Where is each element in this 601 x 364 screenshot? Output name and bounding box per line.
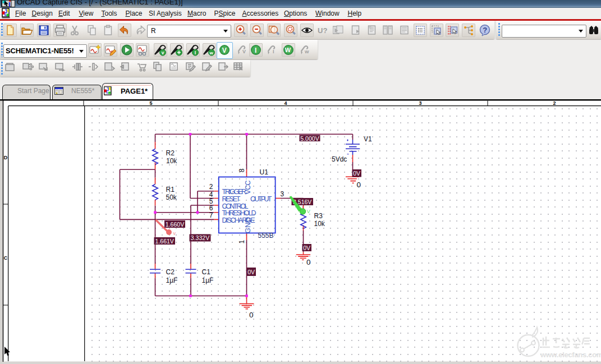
svg-text:v: v <box>173 231 176 236</box>
svg-text:0: 0 <box>306 258 311 266</box>
svg-text:GND: GND <box>244 217 252 233</box>
svg-text:I: I <box>195 50 196 56</box>
svg-text:U?: U? <box>318 26 327 35</box>
svg-text:C: C <box>4 255 8 261</box>
svg-text:W: W <box>285 47 291 53</box>
svg-text:V: V <box>222 47 227 54</box>
svg-text:50k: 50k <box>166 193 177 201</box>
svg-text:OUTPUT: OUTPUT <box>250 195 272 203</box>
svg-text:1µF: 1µF <box>202 277 214 284</box>
svg-text:V: V <box>307 208 311 214</box>
svg-text:3: 3 <box>281 190 285 198</box>
svg-text:0V: 0V <box>303 245 310 251</box>
svg-text:V: V <box>242 49 246 54</box>
svg-text:0: 0 <box>357 181 361 189</box>
svg-text:1µF: 1µF <box>166 277 178 284</box>
svg-text:3.332V: 3.332V <box>191 234 209 241</box>
svg-text:C2: C2 <box>166 268 175 276</box>
svg-text:555B: 555B <box>258 232 274 239</box>
svg-text:v: v <box>162 50 164 56</box>
svg-text:U1: U1 <box>260 168 269 176</box>
svg-text:7: 7 <box>209 211 213 219</box>
svg-text:10k: 10k <box>314 220 325 228</box>
svg-text:?: ? <box>483 26 487 34</box>
svg-text:5.000V: 5.000V <box>300 135 319 142</box>
svg-text:1.661V: 1.661V <box>155 238 174 245</box>
svg-text:3: 3 <box>419 100 421 106</box>
svg-text:0V: 0V <box>247 269 255 275</box>
svg-text:w: w <box>209 50 214 56</box>
svg-text:www.elecfans.com: www.elecfans.com <box>540 351 601 359</box>
svg-text:R2: R2 <box>166 149 175 157</box>
svg-text:W: W <box>305 49 309 54</box>
svg-text:0: 0 <box>249 311 254 319</box>
svg-text:VCC: VCC <box>244 181 252 195</box>
svg-text:4: 4 <box>284 100 287 106</box>
svg-text:5: 5 <box>149 100 152 106</box>
svg-text:I: I <box>273 49 274 54</box>
svg-text:1: 1 <box>238 240 246 244</box>
svg-text:R3: R3 <box>314 212 323 220</box>
svg-text:I: I <box>255 47 256 54</box>
svg-text:5Vdc: 5Vdc <box>332 155 347 163</box>
svg-text:1.660V: 1.660V <box>166 221 184 228</box>
svg-text:2: 2 <box>209 183 213 191</box>
svg-text:D: D <box>4 155 8 160</box>
svg-text:8: 8 <box>238 168 246 172</box>
svg-text:2: 2 <box>553 100 556 106</box>
svg-text:C1: C1 <box>202 268 211 276</box>
svg-text:0V: 0V <box>353 170 360 177</box>
svg-text:10k: 10k <box>166 157 177 165</box>
svg-text:V1: V1 <box>364 135 372 143</box>
svg-text:R1: R1 <box>166 186 175 193</box>
